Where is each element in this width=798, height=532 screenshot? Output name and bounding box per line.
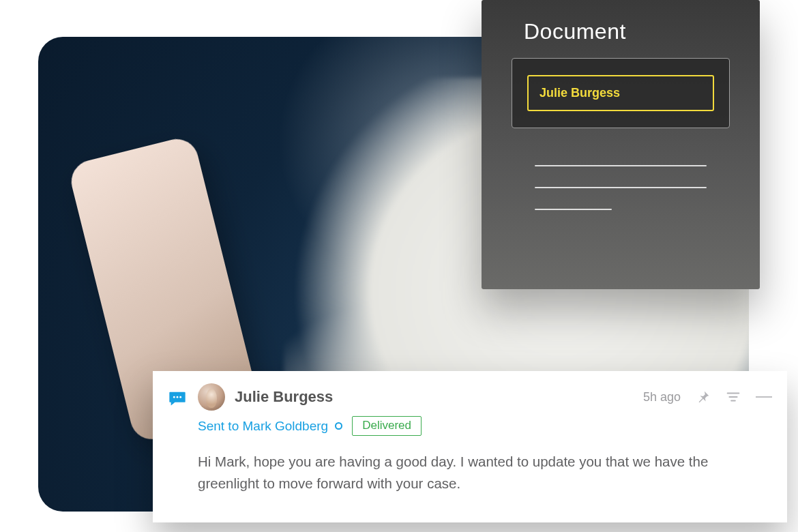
document-panel: Document (482, 0, 760, 289)
document-placeholder-lines (535, 165, 707, 210)
sent-to-link[interactable]: Sent to Mark Goldberg (198, 419, 328, 434)
avatar (198, 383, 225, 411)
svg-point-2 (179, 396, 181, 398)
placeholder-line (535, 209, 612, 210)
placeholder-line (535, 187, 707, 188)
message-card: Julie Burgess 5h ago Sent to Mark Goldbe… (153, 371, 787, 522)
document-title: Document (524, 19, 730, 44)
chat-icon (168, 389, 187, 407)
svg-point-1 (177, 396, 179, 398)
placeholder-line (535, 165, 707, 166)
document-input-wrap (512, 58, 730, 128)
document-name-input[interactable] (527, 75, 714, 111)
filter-icon[interactable] (726, 389, 741, 404)
svg-point-0 (173, 396, 175, 398)
message-body: Hi Mark, hope you are having a good day.… (198, 451, 772, 494)
overflow-icon[interactable] (756, 396, 772, 398)
timestamp: 5h ago (643, 390, 681, 404)
pin-icon[interactable] (696, 389, 711, 404)
status-dot-icon (335, 422, 342, 430)
sender-name: Julie Burgess (235, 388, 333, 406)
status-badge: Delivered (352, 416, 422, 436)
